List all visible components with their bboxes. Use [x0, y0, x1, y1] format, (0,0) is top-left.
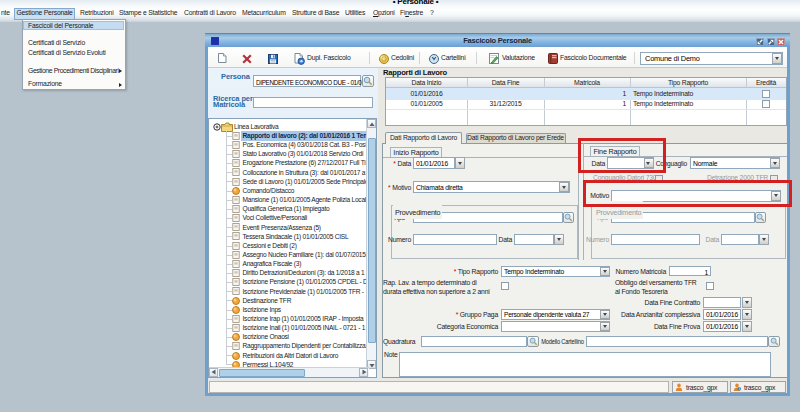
svg-text:i: i — [739, 387, 740, 391]
